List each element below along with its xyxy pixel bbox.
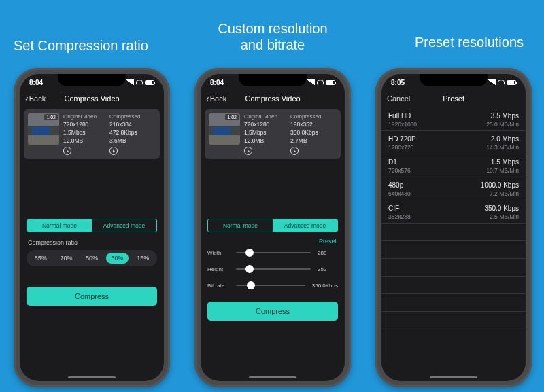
compress-button[interactable]: Compress [207,302,338,321]
preset-res: 1280x720 [388,144,413,151]
video-info-card: 1:02 Original video 720x1280 1.5Mbps 12.… [205,109,341,159]
battery-icon [507,80,516,85]
tab-normal-mode[interactable]: Normal mode [27,219,92,232]
height-label: Height [207,266,232,272]
compression-ratio-label: Compression ratio [28,239,156,246]
ratio-15[interactable]: 15% [131,253,154,264]
home-indicator [430,376,477,378]
wifi-icon [317,80,324,85]
heading-presets: Preset resolutions [415,34,524,50]
preset-res: 720x576 [388,167,411,174]
preset-res: 352x288 [388,213,411,220]
home-indicator [68,376,116,378]
preset-bitrate: 350.0 Kbps [484,204,519,212]
notch [239,74,307,86]
compressed-res: 216x384 [109,121,156,128]
preset-list: Full HD3.5 Mbps 1920x108025.0 MB/Min HD … [381,108,526,347]
phone-1: 8:04 ‹Back Compress Video 1:02 Original … [14,68,170,387]
list-item [381,224,526,241]
original-bitrate: 1.5Mbps [63,129,109,136]
original-bitrate: 1.5Mbps [244,129,290,136]
original-size: 12.0MB [244,137,290,144]
preset-name: CIF [388,204,399,212]
status-time: 8:04 [210,79,224,86]
compressed-res: 198x352 [290,121,337,128]
play-original-button[interactable] [244,147,252,155]
preset-res: 1920x1080 [388,121,417,128]
preset-row-480p[interactable]: 480p1000.0 Kbps 640x4807.2 MB/Min [381,177,526,200]
width-slider[interactable] [236,252,311,253]
ratio-85[interactable]: 85% [29,253,52,264]
heading-custom: Custom resolution and bitrate [194,20,351,53]
heading-custom-l1: Custom resolution [218,21,327,36]
play-original-button[interactable] [63,147,71,155]
preset-row-fullhd[interactable]: Full HD3.5 Mbps 1920x108025.0 MB/Min [381,108,526,131]
tab-normal-mode[interactable]: Normal mode [208,219,273,232]
width-label: Width [207,250,232,256]
preset-row-d1[interactable]: D11.5 Mbps 720x57610.7 MB/Min [381,154,526,177]
preset-rate: 10.7 MB/Min [486,167,519,174]
heading-ratio: Set Compression ratio [14,37,148,54]
video-thumbnail[interactable]: 1:02 [209,113,240,145]
compressed-header: Compressed [290,113,337,120]
height-value: 352 [318,266,338,272]
ratio-30[interactable]: 30% [106,253,129,264]
signal-icon [488,79,496,85]
preset-name: Full HD [388,112,411,120]
list-item [381,329,526,347]
list-item [381,294,526,312]
ratio-70[interactable]: 70% [55,253,78,264]
phone-2: 8:04 ‹Back Compress Video 1:02 Original … [194,68,351,387]
page-title: Compress Video [25,94,158,103]
signal-icon [126,79,134,85]
preset-name: 480p [388,181,403,189]
notch [420,74,488,86]
bitrate-label: Bit rate [207,283,232,289]
list-item [381,259,526,277]
compressed-header: Compressed [109,113,156,120]
tab-advanced-mode[interactable]: Advanced mode [273,219,337,232]
mode-segmented-control[interactable]: Normal mode Advanced mode [27,219,157,232]
preset-bitrate: 1.5 Mbps [491,158,519,166]
bitrate-slider[interactable] [236,285,305,286]
home-indicator [249,376,296,378]
preset-row-hd720[interactable]: HD 720P2.0 Mbps 1280x72014.3 MB/Min [381,131,526,154]
preset-bitrate: 1000.0 Kbps [481,181,519,189]
navbar: Cancel Preset [381,90,526,107]
tab-advanced-mode[interactable]: Advanced mode [92,219,156,232]
preset-bitrate: 2.0 Mbps [491,135,519,143]
mode-segmented-control[interactable]: Normal mode Advanced mode [207,219,338,232]
notch [58,74,126,86]
battery-icon [145,80,154,85]
ratio-50[interactable]: 50% [80,253,103,264]
play-compressed-button[interactable] [109,147,118,155]
list-item [381,241,526,259]
phone-3: 8:05 Cancel Preset Full HD3.5 Mbps 1920x… [375,68,532,387]
preset-bitrate: 3.5 Mbps [491,112,519,120]
preset-rate: 2.5 MB/Min [490,213,519,220]
preset-res: 640x480 [388,190,411,197]
compressed-bitrate: 472.8Kbps [109,129,156,136]
status-time: 8:05 [391,79,405,86]
preset-link[interactable]: Preset [319,238,337,245]
preset-rate: 7.2 MB/Min [490,190,519,197]
wifi-icon [136,80,143,85]
original-header: Original video [244,113,290,120]
original-res: 720x1280 [63,121,109,128]
page-title: Compress Video [206,94,339,103]
video-thumbnail[interactable]: 1:02 [28,113,59,145]
list-item [381,312,526,329]
compressed-bitrate: 350.0Kbps [290,129,337,136]
height-slider[interactable] [236,268,311,270]
battery-icon [326,80,335,85]
bitrate-value: 350.0Kbps [312,283,338,289]
preset-rate: 14.3 MB/Min [486,144,519,151]
compress-button[interactable]: Compress [27,287,157,306]
width-value: 288 [318,250,338,256]
video-duration: 1:02 [44,114,58,120]
preset-name: D1 [388,158,397,166]
preset-row-cif[interactable]: CIF350.0 Kbps 352x2882.5 MB/Min [381,200,526,224]
compression-ratio-chips[interactable]: 85% 70% 50% 30% 15% [27,250,157,266]
play-compressed-button[interactable] [290,147,299,155]
list-item [381,277,526,294]
